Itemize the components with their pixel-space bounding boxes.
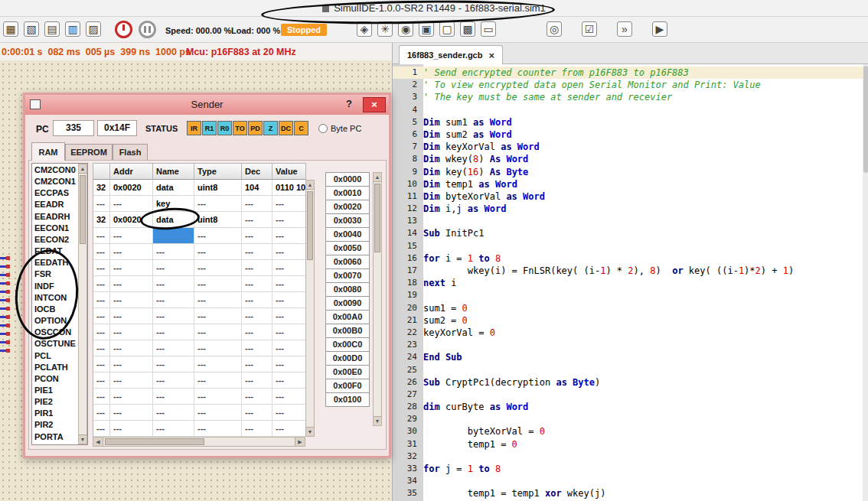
component-pin[interactable]	[0, 307, 8, 310]
table-cell[interactable]: ---	[242, 228, 272, 244]
table-cell[interactable]: ---	[153, 324, 194, 340]
editor-scrollbar[interactable]	[863, 64, 868, 501]
table-cell[interactable]: ---	[194, 421, 242, 437]
scroll-up-icon[interactable]: ▲	[374, 173, 381, 182]
table-cell[interactable]: ---	[272, 276, 306, 292]
address-cell[interactable]: 0x0000	[325, 172, 370, 187]
table-cell[interactable]: ---	[242, 276, 272, 292]
scrollbar-thumb[interactable]	[307, 191, 313, 260]
code-line[interactable]: 20sum1 = 0	[393, 302, 863, 314]
register-item[interactable]: PIE2	[32, 396, 78, 408]
address-cell[interactable]: 0x00C0	[325, 337, 370, 352]
code-line[interactable]: 7Dim keyXorVal as Word	[393, 141, 863, 153]
grid-icon[interactable]: ▩	[460, 21, 475, 37]
component-pin[interactable]	[0, 324, 8, 327]
step-icon[interactable]: »	[617, 21, 632, 37]
table-cell[interactable]: ---	[153, 260, 194, 276]
status-bit-z[interactable]: Z	[263, 121, 278, 135]
table-cell[interactable]: ---	[272, 244, 306, 260]
code-line[interactable]: 23	[393, 339, 863, 351]
table-cell[interactable]: ---	[110, 340, 153, 356]
check-circuit-icon[interactable]: ☑	[582, 21, 597, 37]
find-component-icon[interactable]: ◉	[398, 21, 413, 37]
address-cell[interactable]: 0x0100	[325, 392, 370, 407]
register-item[interactable]: EEDATH	[32, 257, 78, 268]
table-cell[interactable]: uint8	[194, 180, 242, 196]
register-item[interactable]: ECCPAS	[32, 187, 78, 199]
scroll-up-icon[interactable]: ▲	[79, 164, 86, 174]
register-item[interactable]: INDF	[32, 281, 78, 292]
export-image-icon[interactable]: ▣	[419, 21, 434, 37]
partial-component-pins[interactable]	[0, 257, 8, 358]
code-line[interactable]: 27	[393, 389, 863, 401]
code-line[interactable]: 25	[393, 364, 863, 376]
address-cell[interactable]: 0x0020	[325, 200, 370, 214]
scroll-right-icon[interactable]: ▶	[295, 438, 305, 446]
register-item[interactable]: EECON2	[32, 234, 78, 246]
table-cell[interactable]: ---	[272, 196, 306, 212]
address-cell[interactable]: 0x0010	[325, 186, 370, 200]
register-item[interactable]: EECON1	[32, 223, 78, 234]
table-cell[interactable]: ---	[110, 196, 153, 212]
table-cell[interactable]: ---	[272, 228, 306, 244]
table-cell[interactable]: ---	[242, 196, 272, 212]
table-cell[interactable]: ---	[93, 421, 110, 437]
status-bit-dc[interactable]: DC	[279, 121, 293, 135]
code-line[interactable]: 32	[393, 451, 863, 463]
code-line[interactable]: 12Dim i,j as Word	[393, 203, 863, 215]
table-cell[interactable]: ---	[242, 356, 272, 372]
table-cell[interactable]: ---	[153, 405, 194, 421]
code-line[interactable]: 3' The key must be same at sender and re…	[393, 91, 863, 103]
code-line[interactable]: 10Dim temp1 as Word	[393, 178, 863, 190]
table-cell[interactable]: ---	[110, 324, 153, 340]
table-cell[interactable]: ---	[272, 324, 306, 340]
code-line[interactable]: 11Dim byteXorVal as Word	[393, 190, 863, 203]
table-cell[interactable]: ---	[110, 372, 153, 389]
table-cell[interactable]: ---	[272, 405, 306, 421]
code-line[interactable]: 8Dim wkey(8) As Word	[393, 153, 863, 165]
component-pin[interactable]	[0, 341, 8, 343]
register-item[interactable]: PORTA	[32, 431, 78, 443]
component-pin[interactable]	[0, 282, 8, 285]
table-cell[interactable]: ---	[242, 260, 272, 276]
address-cell[interactable]: 0x0030	[325, 213, 370, 228]
address-cell[interactable]: 0x0090	[325, 296, 370, 311]
ram-table-hscrollbar[interactable]: ◀ ▶	[93, 437, 305, 447]
table-cell[interactable]: ---	[194, 276, 242, 292]
code-line[interactable]: 31 temp1 = 0	[393, 438, 863, 451]
table-cell[interactable]: ---	[272, 212, 306, 228]
component-pin[interactable]	[0, 265, 8, 268]
table-cell[interactable]: ---	[242, 324, 272, 340]
table-cell[interactable]: ---	[242, 244, 272, 260]
export-circuit-icon[interactable]: ▨	[86, 21, 101, 37]
table-cell[interactable]: 32	[93, 212, 110, 228]
table-cell[interactable]: ---	[272, 340, 306, 356]
copy-image-icon[interactable]: ▢	[439, 21, 455, 37]
table-cell[interactable]: ---	[194, 356, 242, 372]
table-cell[interactable]: ---	[110, 228, 153, 244]
scrollbar-thumb[interactable]	[80, 175, 86, 244]
scrollbar-thumb[interactable]	[105, 438, 204, 445]
table-cell[interactable]: data	[153, 212, 194, 228]
code-line[interactable]: 28dim curByte as Word	[393, 401, 863, 413]
component-pin[interactable]	[0, 333, 8, 335]
register-item[interactable]: PCL	[32, 350, 78, 362]
scroll-down-icon[interactable]: ▼	[306, 427, 314, 436]
table-header[interactable]: Value	[272, 163, 306, 180]
table-cell[interactable]: key	[153, 196, 194, 212]
ram-table-vscrollbar[interactable]: ▲ ▼	[305, 180, 315, 437]
table-cell[interactable]: ---	[93, 405, 110, 421]
table-cell[interactable]: ---	[93, 196, 110, 212]
table-cell[interactable]: 0110 10	[272, 180, 306, 196]
code-line[interactable]: 19	[393, 289, 863, 301]
component-pin[interactable]	[0, 350, 8, 352]
register-item[interactable]: OSCTUNE	[32, 338, 78, 350]
scrollbar-thumb[interactable]	[863, 66, 868, 173]
code-editor[interactable]: 1' Send encrypted counter from p16F883 t…	[393, 64, 868, 501]
register-item[interactable]: CM2CON1	[32, 176, 78, 187]
code-line[interactable]: 35 temp1 = temp1 xor wkey(j)	[393, 487, 863, 499]
table-cell[interactable]: ---	[194, 292, 242, 308]
table-cell[interactable]: ---	[272, 308, 306, 324]
scroll-up-icon[interactable]: ▲	[306, 181, 314, 190]
table-cell[interactable]: ---	[93, 308, 110, 324]
